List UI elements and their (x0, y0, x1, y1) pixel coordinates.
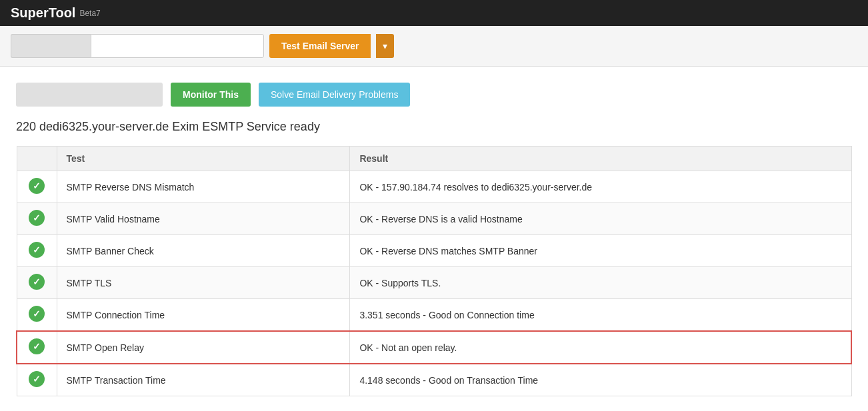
result-cell: OK - Reverse DNS matches SMTP Banner (350, 235, 851, 267)
table-row: SMTP Valid HostnameOK - Reverse DNS is a… (17, 203, 851, 235)
test-email-dropdown-button[interactable] (376, 34, 394, 58)
result-cell: OK - Reverse DNS is a valid Hostname (350, 203, 851, 235)
col-result-header: Result (350, 147, 851, 171)
status-icon-cell (17, 299, 57, 332)
monitor-this-button[interactable]: Monitor This (171, 83, 251, 107)
check-icon (29, 210, 45, 226)
test-name-cell: SMTP Connection Time (57, 299, 350, 332)
status-icon-cell (17, 171, 57, 203)
server-label-block (11, 34, 91, 58)
check-icon (29, 178, 45, 194)
table-row: SMTP Open RelayOK - Not an open relay. (17, 331, 851, 364)
server-input-wrapper (11, 34, 264, 58)
status-icon-cell (17, 331, 57, 364)
test-name-cell: SMTP TLS (57, 267, 350, 299)
result-cell: OK - Not an open relay. (350, 331, 851, 364)
result-cell: 4.148 seconds - Good on Transaction Time (350, 364, 851, 396)
test-name-cell: SMTP Valid Hostname (57, 203, 350, 235)
test-name-cell: SMTP Reverse DNS Mismatch (57, 171, 350, 203)
test-email-button[interactable]: Test Email Server (269, 34, 371, 58)
toolbar: Test Email Server (0, 26, 868, 67)
status-icon-cell (17, 364, 57, 396)
check-icon (29, 242, 45, 258)
server-input[interactable] (91, 34, 264, 58)
result-cell: OK - Supports TLS. (350, 267, 851, 299)
results-table: Test Result SMTP Reverse DNS MismatchOK … (16, 146, 852, 396)
check-icon (29, 338, 45, 354)
check-icon (29, 306, 45, 322)
result-cell: OK - 157.90.184.74 resolves to dedi6325.… (350, 171, 851, 203)
result-cell: 3.351 seconds - Good on Connection time (350, 299, 851, 332)
main-content: Monitor This Solve Email Delivery Proble… (0, 67, 868, 407)
blurred-info-block (16, 83, 163, 107)
check-icon (29, 274, 45, 290)
smtp-banner-text: 220 dedi6325.your-server.de Exim ESMTP S… (16, 120, 852, 134)
table-row: SMTP TLSOK - Supports TLS. (17, 267, 851, 299)
app-title: SuperTool (11, 5, 75, 21)
table-row: SMTP Transaction Time4.148 seconds - Goo… (17, 364, 851, 396)
table-row: SMTP Banner CheckOK - Reverse DNS matche… (17, 235, 851, 267)
test-name-cell: SMTP Banner Check (57, 235, 350, 267)
table-row: SMTP Connection Time3.351 seconds - Good… (17, 299, 851, 332)
col-icon (17, 147, 57, 171)
status-icon-cell (17, 203, 57, 235)
test-name-cell: SMTP Transaction Time (57, 364, 350, 396)
check-icon (29, 371, 45, 387)
app-beta: Beta7 (79, 9, 100, 18)
header: SuperTool Beta7 (0, 0, 868, 26)
solve-delivery-button[interactable]: Solve Email Delivery Problems (259, 83, 410, 107)
status-icon-cell (17, 267, 57, 299)
action-bar: Monitor This Solve Email Delivery Proble… (16, 83, 852, 107)
status-icon-cell (17, 235, 57, 267)
table-row: SMTP Reverse DNS MismatchOK - 157.90.184… (17, 171, 851, 203)
table-header-row: Test Result (17, 147, 851, 171)
test-name-cell: SMTP Open Relay (57, 331, 350, 364)
col-test-header: Test (57, 147, 350, 171)
